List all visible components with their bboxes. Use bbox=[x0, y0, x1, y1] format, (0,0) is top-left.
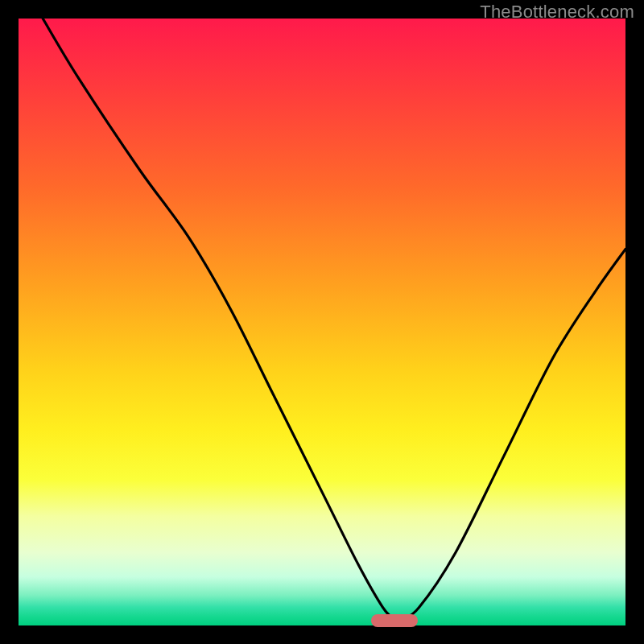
gradient-background bbox=[19, 19, 625, 625]
plot-frame bbox=[19, 19, 625, 625]
plot-area bbox=[19, 19, 625, 625]
optimal-point-marker bbox=[371, 614, 418, 627]
